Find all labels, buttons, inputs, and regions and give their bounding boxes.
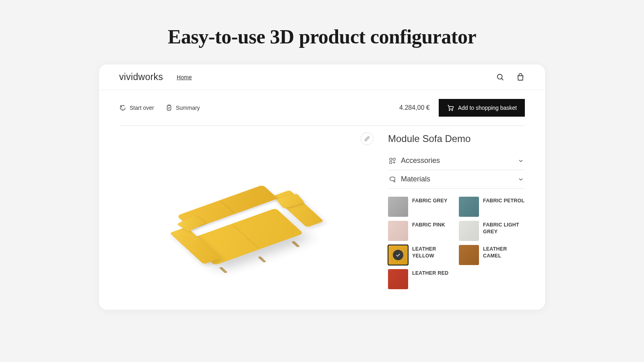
swatch-fabric_grey[interactable]: FABRIC GREY bbox=[388, 197, 454, 217]
product-viewer[interactable] bbox=[119, 130, 376, 310]
swatch-label: FABRIC LIGHT GREY bbox=[483, 222, 525, 235]
sofa-render bbox=[179, 186, 316, 283]
swatch-label: LEATHER RED bbox=[412, 270, 448, 277]
actionbar: Start over Summary 4.284,00 € Add to sho… bbox=[99, 90, 545, 125]
section-accessories-label: Accessories bbox=[401, 156, 513, 165]
nav-home-link[interactable]: Home bbox=[177, 74, 192, 80]
topbar-left: vividworks Home bbox=[119, 72, 192, 82]
swatch-label: LEATHER YELLOW bbox=[412, 246, 454, 259]
swatch-fabric_pink[interactable]: FABRIC PINK bbox=[388, 221, 454, 241]
start-over-button[interactable]: Start over bbox=[119, 104, 154, 111]
add-to-basket-label: Add to shopping basket bbox=[458, 105, 517, 111]
svg-point-0 bbox=[497, 74, 502, 79]
summary-button[interactable]: Summary bbox=[165, 104, 200, 111]
product-title: Module Sofa Demo bbox=[388, 133, 525, 144]
swatch-label: FABRIC GREY bbox=[412, 197, 448, 204]
swatch-chip bbox=[388, 269, 408, 289]
svg-rect-5 bbox=[390, 158, 392, 160]
svg-line-1 bbox=[502, 78, 503, 80]
measure-tool-button[interactable] bbox=[361, 132, 374, 145]
summary-label: Summary bbox=[176, 105, 200, 111]
check-icon bbox=[393, 250, 403, 260]
accessories-icon bbox=[389, 157, 396, 165]
actionbar-left: Start over Summary bbox=[119, 104, 200, 111]
cart-icon bbox=[447, 104, 454, 111]
brand-logo[interactable]: vividworks bbox=[119, 72, 163, 82]
swatch-chip bbox=[388, 197, 408, 217]
ruler-icon bbox=[364, 136, 370, 142]
page-headline: Easy-to-use 3D product configurator bbox=[168, 25, 476, 48]
swatch-fabric_petrol[interactable]: FABRIC PETROL bbox=[459, 197, 525, 217]
search-icon[interactable] bbox=[496, 73, 505, 82]
svg-rect-7 bbox=[390, 161, 392, 163]
swatch-leather_red[interactable]: LEATHER RED bbox=[388, 269, 454, 289]
swatch-chip bbox=[459, 245, 479, 265]
swatch-label: LEATHER CAMEL bbox=[483, 246, 525, 259]
clipboard-icon bbox=[165, 104, 173, 111]
swatch-fabric_light_grey[interactable]: FABRIC LIGHT GREY bbox=[459, 221, 525, 241]
topbar: vividworks Home bbox=[99, 64, 545, 90]
price-display: 4.284,00 € bbox=[399, 104, 430, 111]
svg-rect-6 bbox=[393, 158, 395, 160]
restart-icon bbox=[119, 104, 126, 111]
app-card: vividworks Home Start over bbox=[99, 64, 545, 310]
materials-icon bbox=[389, 176, 396, 183]
topbar-right bbox=[496, 73, 525, 82]
content-area: Module Sofa Demo Accessories Materials bbox=[99, 126, 545, 310]
section-materials-label: Materials bbox=[401, 175, 513, 183]
swatch-label: FABRIC PINK bbox=[412, 222, 445, 228]
svg-point-4 bbox=[452, 110, 452, 111]
add-to-basket-button[interactable]: Add to shopping basket bbox=[439, 99, 525, 117]
swatch-leather_camel[interactable]: LEATHER CAMEL bbox=[459, 245, 525, 265]
swatch-leather_yellow[interactable]: LEATHER YELLOW bbox=[388, 245, 454, 265]
svg-point-3 bbox=[449, 110, 450, 111]
swatch-chip bbox=[388, 221, 408, 241]
chevron-down-icon bbox=[518, 176, 524, 183]
swatch-chip bbox=[459, 197, 479, 217]
swatch-label: FABRIC PETROL bbox=[483, 197, 524, 204]
section-accessories[interactable]: Accessories bbox=[388, 152, 525, 170]
start-over-label: Start over bbox=[130, 105, 154, 111]
config-panel: Module Sofa Demo Accessories Materials bbox=[388, 130, 525, 310]
chevron-down-icon bbox=[518, 158, 524, 164]
shopping-bag-icon[interactable] bbox=[516, 73, 525, 82]
swatch-grid: FABRIC GREYFABRIC PETROLFABRIC PINKFABRI… bbox=[388, 197, 525, 289]
section-materials[interactable]: Materials bbox=[388, 170, 525, 189]
actionbar-right: 4.284,00 € Add to shopping basket bbox=[399, 99, 525, 117]
swatch-chip bbox=[459, 221, 479, 241]
swatch-chip bbox=[388, 245, 408, 265]
